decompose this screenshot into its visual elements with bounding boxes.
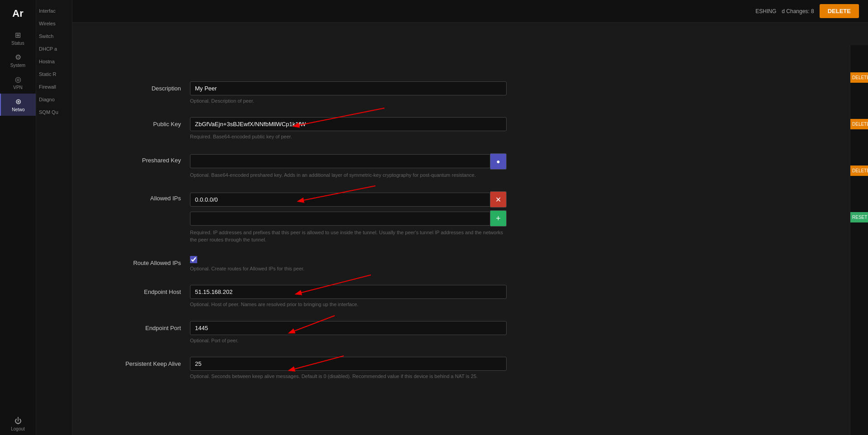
add-icon: + (496, 214, 501, 223)
sidebar: Ar ⊞ Status ⚙ System ◎ VPN ⊛ Netwo ⏻ Log… (0, 0, 36, 435)
description-row: Description Optional. Description of pee… (90, 81, 633, 104)
endpoint-port-hint: Optional. Port of peer. (190, 337, 507, 344)
subnav-hostname[interactable]: Hostna (36, 55, 72, 68)
allowed-ip-new-row: + (190, 210, 507, 227)
sidebar-item-system[interactable]: ⚙ System (0, 49, 36, 71)
route-allowed-ips-checkbox-group (190, 256, 507, 263)
sidebar-item-status[interactable]: ⊞ Status (0, 27, 36, 49)
delete-top-button[interactable]: DELETE (820, 4, 859, 18)
allowed-ips-hint: Required. IP addresses and prefixes that… (190, 229, 507, 243)
form: Description Optional. Description of pee… (90, 81, 633, 380)
right-delete-button-3[interactable]: DELETE (850, 165, 868, 176)
persistent-keep-alive-input[interactable] (190, 357, 507, 371)
remove-allowed-ip-button[interactable]: ✕ (490, 191, 507, 208)
public-key-hint: Required. Base64-encoded public key of p… (190, 133, 507, 140)
allowed-ips-label: Allowed IPs (90, 191, 181, 202)
vpn-icon: ◎ (15, 75, 21, 84)
allowed-ips-row: Allowed IPs ✕ + (90, 191, 633, 243)
description-field: Optional. Description of peer. (190, 81, 507, 104)
endpoint-port-label: Endpoint Port (90, 321, 181, 331)
endpoint-port-input[interactable] (190, 321, 507, 335)
endpoint-host-label: Endpoint Host (90, 285, 181, 295)
sidebar-item-logout[interactable]: ⏻ Logout (0, 413, 36, 435)
logout-icon: ⏻ (14, 417, 22, 425)
endpoint-host-field: Optional. Host of peer. Names are resolv… (190, 285, 507, 308)
description-label: Description (90, 81, 181, 92)
subnav-switch[interactable]: Switch (36, 30, 72, 43)
eye-icon: ● (496, 158, 500, 165)
preshared-key-input[interactable] (190, 154, 490, 168)
right-panel: DELETE DELETE DELETE RESET (850, 45, 868, 435)
subnav-diagnostics[interactable]: Diagno (36, 93, 72, 106)
route-allowed-ips-label: Route Allowed IPs (90, 256, 181, 266)
description-input[interactable] (190, 81, 507, 95)
toggle-visibility-button[interactable]: ● (490, 153, 507, 170)
subnav-static[interactable]: Static R (36, 68, 72, 80)
sidebar-label-status: Status (11, 41, 24, 46)
allowed-ips-field: ✕ + Required. IP addresses and prefixes … (190, 191, 507, 243)
sidebar-item-network[interactable]: ⊛ Netwo (0, 94, 36, 116)
public-key-input[interactable] (190, 117, 507, 131)
route-allowed-ips-hint: Optional. Create routes for Allowed IPs … (190, 265, 507, 272)
persistent-keep-alive-label: Persistent Keep Alive (90, 357, 181, 367)
preshared-key-row: Preshared Key ● Optional. Base64-encoded… (90, 153, 633, 179)
allowed-ip-new-input[interactable] (190, 212, 490, 226)
route-allowed-ips-checkbox[interactable] (190, 256, 197, 263)
right-reset-button[interactable]: RESET (850, 212, 868, 222)
remove-icon: ✕ (495, 195, 501, 204)
main-content: Description Optional. Description of pee… (72, 45, 850, 435)
sidebar-label-logout: Logout (11, 426, 25, 431)
app-logo: Ar (7, 5, 29, 23)
persistent-keep-alive-field: Optional. Seconds between keep alive mes… (190, 357, 507, 380)
sidebar-label-network: Netwo (12, 107, 24, 112)
right-delete-button-2[interactable]: DELETE (850, 119, 868, 129)
preshared-key-field: ● Optional. Base64-encoded preshared key… (190, 153, 507, 179)
endpoint-host-input[interactable] (190, 285, 507, 299)
public-key-field: Required. Base64-encoded public key of p… (190, 117, 507, 140)
status-icon: ⊞ (15, 31, 21, 39)
pending-text: ESHING (755, 8, 776, 14)
right-delete-button-1[interactable]: DELETE (850, 72, 868, 83)
public-key-label: Public Key (90, 117, 181, 128)
network-icon: ⊛ (15, 97, 21, 106)
preshared-input-group: ● (190, 153, 507, 170)
persistent-keep-alive-row: Persistent Keep Alive Optional. Seconds … (90, 357, 633, 380)
changes-text: d Changes: 8 (782, 8, 814, 14)
description-hint: Optional. Description of peer. (190, 98, 507, 104)
subnav-dhcp[interactable]: DHCP a (36, 43, 72, 55)
sidebar-label-system: System (10, 63, 25, 68)
preshared-key-hint: Optional. Base64-encoded preshared key. … (190, 172, 507, 179)
route-allowed-ips-row: Route Allowed IPs Optional. Create route… (90, 256, 633, 272)
sidebar-label-vpn: VPN (13, 85, 23, 90)
allowed-ip-existing-row: ✕ (190, 191, 507, 208)
add-allowed-ip-button[interactable]: + (490, 210, 507, 227)
topbar-right: ESHING d Changes: 8 DELETE (755, 4, 859, 18)
sidebar-item-vpn[interactable]: ◎ VPN (0, 71, 36, 94)
persistent-keep-alive-hint: Optional. Seconds between keep alive mes… (190, 373, 507, 380)
subnav: Interfac Wireles Switch DHCP a Hostna St… (36, 0, 72, 435)
preshared-key-label: Preshared Key (90, 153, 181, 164)
endpoint-host-row: Endpoint Host Optional. Host of peer. Na… (90, 285, 633, 308)
subnav-wireless[interactable]: Wireles (36, 17, 72, 30)
endpoint-port-field: Optional. Port of peer. (190, 321, 507, 344)
topbar: ESHING d Changes: 8 DELETE (72, 0, 868, 23)
route-allowed-ips-field: Optional. Create routes for Allowed IPs … (190, 256, 507, 272)
allowed-ip-existing-input[interactable] (190, 193, 490, 207)
subnav-interfaces[interactable]: Interfac (36, 5, 72, 17)
subnav-firewall[interactable]: Firewall (36, 80, 72, 93)
system-icon: ⚙ (15, 53, 21, 61)
endpoint-port-row: Endpoint Port Optional. Port of peer. (90, 321, 633, 344)
subnav-sqm[interactable]: SQM Qu (36, 106, 72, 118)
endpoint-host-hint: Optional. Host of peer. Names are resolv… (190, 301, 507, 308)
public-key-row: Public Key Required. Base64-encoded publ… (90, 117, 633, 140)
